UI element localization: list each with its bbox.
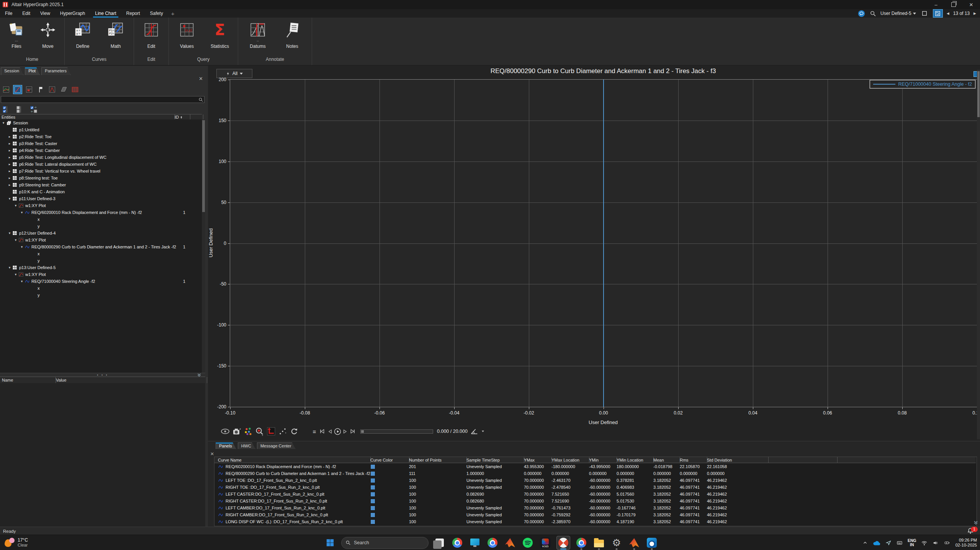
tree-item[interactable]: x [0, 250, 202, 257]
datums-button[interactable]: ..Datums [243, 21, 273, 54]
menu-safety[interactable]: Safety [145, 9, 168, 18]
table-row[interactable]: RIGHT CASTER:DO_17_Front_Sus_Run_2_knc_0… [214, 498, 976, 504]
menu-file[interactable]: File [0, 9, 17, 18]
table-row[interactable]: LEFT CAMBER:DO_17_Front_Sus_Run_2_knc_0.… [214, 504, 976, 511]
close-button[interactable]: ✕ [962, 0, 980, 9]
chrome-media-icon[interactable] [486, 536, 499, 549]
curve-color-cell[interactable] [369, 498, 409, 504]
collapse-panel-icon[interactable] [973, 521, 978, 525]
surface-grid-icon[interactable] [59, 85, 68, 94]
define-button[interactable]: x =y =Define [68, 21, 98, 54]
column-header-std-deviation[interactable]: Std Deviation [706, 457, 769, 463]
matlab-icon[interactable] [504, 536, 517, 549]
prev-page-icon[interactable]: ◀ [947, 11, 949, 15]
m365-copilot-icon[interactable]: M365 [539, 536, 552, 549]
touch-keyboard-icon[interactable] [896, 540, 903, 546]
language-indicator[interactable]: ENGIN [908, 539, 916, 547]
toggle-checks-icon[interactable] [29, 105, 38, 114]
tab-message-center[interactable]: Message Center [257, 442, 296, 449]
refresh-icon[interactable] [288, 426, 300, 437]
chevron-down-icon[interactable] [482, 431, 484, 432]
menu-report[interactable]: Report [121, 9, 145, 18]
tree-item[interactable]: ▸p7:Ride Test: Vertical force vs. Wheel … [0, 168, 202, 175]
curve-color-cell[interactable] [369, 463, 409, 470]
search-input[interactable] [1, 96, 205, 103]
notes-button[interactable]: Notes [277, 21, 307, 54]
complex-plot-icon[interactable] [25, 85, 34, 94]
tree-item[interactable]: ▸p9:Steering test: Camber [0, 181, 202, 188]
column-header-ymin[interactable]: YMin [588, 457, 617, 463]
move-button[interactable]: Move [33, 21, 63, 54]
color-palette-icon[interactable] [242, 426, 254, 437]
clock[interactable]: 09:26 PM 02-10-2025 [955, 538, 977, 548]
curve-color-swatch[interactable] [370, 512, 375, 517]
matlab-2-icon[interactable] [628, 536, 641, 549]
tree-item[interactable]: p10:K and C - Animation [0, 188, 202, 195]
scatter-points-icon[interactable] [277, 426, 288, 437]
menu-edit[interactable]: Edit [17, 9, 35, 18]
curve-color-swatch[interactable] [370, 478, 375, 483]
curve-color-swatch[interactable] [370, 492, 375, 497]
restore-button[interactable] [945, 0, 962, 9]
files-button[interactable]: ...Files [2, 21, 31, 54]
column-header-curve-color[interactable]: Curve Color [369, 457, 409, 463]
name-column-header[interactable]: Name [0, 377, 56, 383]
table-row[interactable]: RIGHT CAMBER:DO_17_Front_Sus_Run_2_knc_0… [214, 511, 976, 518]
tab-session[interactable]: Session [1, 67, 23, 75]
profile-dropdown[interactable]: User Defined-5 [880, 11, 916, 16]
expander-closed-icon[interactable]: ▸ [8, 142, 11, 145]
menu-view[interactable]: View [35, 9, 55, 18]
curve-color-swatch[interactable] [370, 464, 375, 469]
curve-color-cell[interactable] [369, 484, 409, 491]
table-header-row[interactable]: Curve NameCurve ColorNumber of PointsSam… [214, 457, 976, 463]
close-icon[interactable]: ✕ [199, 76, 203, 82]
statistics-button[interactable]: ΣStatistics [205, 21, 235, 54]
tree-item[interactable]: y [0, 292, 202, 299]
menu-hypergraph[interactable]: HyperGraph [55, 9, 90, 18]
tree-item[interactable]: ▸p2:Ride Test: Toe [0, 133, 202, 140]
volume-icon[interactable] [932, 540, 939, 546]
tree-item[interactable]: y [0, 257, 202, 264]
flip-axes-icon[interactable] [265, 426, 277, 437]
tree-item[interactable]: ▸p8:Steering test: Toe [0, 175, 202, 181]
photos-icon[interactable] [433, 536, 446, 549]
curve-color-cell[interactable] [369, 504, 409, 511]
wifi-icon[interactable] [921, 540, 928, 546]
tree-item[interactable]: ▾w1:XY Plot [0, 237, 202, 243]
column-header-ymax-location[interactable]: YMax Location [550, 457, 589, 463]
tree-scrollbar[interactable] [202, 119, 205, 373]
file-explorer-icon[interactable] [592, 536, 605, 549]
weather-widget[interactable]: 17°C Clear [5, 538, 28, 548]
expander-closed-icon[interactable]: ▸ [8, 183, 11, 187]
animation-slider[interactable] [360, 429, 433, 434]
expander-closed-icon[interactable]: ▸ [8, 135, 11, 139]
curve-color-cell[interactable] [369, 477, 409, 484]
table-row[interactable]: REQ/80000290 Curb to Curb Diameter and A… [214, 470, 976, 477]
tree-item[interactable]: x [0, 285, 202, 292]
table-row[interactable]: REQ/60200010 Rack Displacement and Force… [214, 463, 976, 470]
table-row[interactable]: LONG DISP OF WC -(L) :DO_17_Front_Sus_Ru… [214, 518, 976, 525]
tree-item[interactable]: ▾REQ/80000290 Curb to Curb Diameter and … [0, 243, 202, 250]
tree-item[interactable]: ▾Session [0, 119, 202, 126]
expander-closed-icon[interactable]: ▸ [8, 155, 11, 159]
plot-canvas[interactable]: -0.10-0.08-0.06-0.04-0.020.000.020.040.0… [230, 79, 977, 407]
expander-open-icon[interactable]: ▾ [8, 266, 11, 269]
entities-column-header[interactable]: Entities [0, 114, 175, 120]
outlook-icon[interactable] [645, 536, 658, 549]
altair-hyperworks-icon[interactable] [556, 536, 570, 550]
search-icon[interactable] [869, 10, 877, 17]
expander-open-icon[interactable]: ▾ [8, 231, 11, 235]
expander-open-icon[interactable]: ▾ [20, 211, 24, 214]
chat-icon[interactable] [857, 10, 865, 17]
value-column-header[interactable]: Value [54, 377, 207, 383]
tree-item[interactable]: y [0, 223, 202, 230]
tab-panels[interactable]: Panels [216, 442, 236, 449]
angle-measure-icon[interactable] [468, 426, 481, 437]
snapshot-icon[interactable] [231, 426, 242, 437]
tree-item[interactable]: ▸p3:Ride Test: Caster [0, 140, 202, 147]
tree-item[interactable]: ▸p4:Ride Test: Camber [0, 147, 202, 154]
tab-parameters[interactable]: Parameters [41, 67, 71, 75]
expander-open-icon[interactable]: ▾ [2, 121, 5, 125]
play-icon[interactable] [334, 427, 341, 436]
slider-thumb[interactable] [361, 430, 364, 433]
